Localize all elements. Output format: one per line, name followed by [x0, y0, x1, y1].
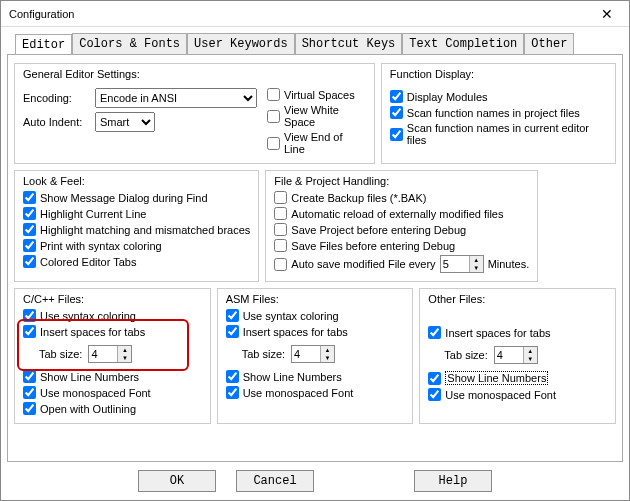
cancel-button[interactable]: Cancel [236, 470, 314, 492]
asm-line-numbers-check[interactable]: Show Line Numbers [226, 370, 405, 383]
view-eol-check[interactable]: View End of Line [267, 131, 366, 155]
group-other-files: Other Files: Insert spaces for tabs Tab … [419, 288, 616, 424]
asm-syntax-check[interactable]: Use syntax coloring [226, 309, 405, 322]
c-tabsize-label: Tab size: [39, 348, 82, 360]
help-button[interactable]: Help [414, 470, 492, 492]
c-mono-font-check[interactable]: Use monospaced Font [23, 386, 202, 399]
c-tabsize-input[interactable] [89, 346, 117, 362]
spin-up-icon[interactable]: ▲ [524, 347, 537, 355]
save-files-debug-check[interactable]: Save Files before entering Debug [274, 239, 529, 252]
spin-down-icon[interactable]: ▼ [118, 354, 131, 362]
tab-text-completion[interactable]: Text Completion [402, 33, 524, 54]
asmfiles-title: ASM Files: [226, 293, 405, 305]
print-syntax-check[interactable]: Print with syntax coloring [23, 239, 250, 252]
encoding-label: Encoding: [23, 92, 89, 104]
c-outlining-check[interactable]: Open with Outlining [23, 402, 202, 415]
close-icon[interactable]: ✕ [591, 4, 623, 24]
group-asm-files: ASM Files: Use syntax coloring Insert sp… [217, 288, 414, 424]
autoindent-label: Auto Indent: [23, 116, 89, 128]
funcdisp-title: Function Display: [390, 68, 607, 80]
autoindent-select[interactable]: Smart [95, 112, 155, 132]
group-c-files: C/C++ Files: Use syntax coloring Insert … [14, 288, 211, 424]
group-look-feel: Look & Feel: Show Message Dialog during … [14, 170, 259, 282]
scan-current-check[interactable]: Scan function names in current editor fi… [390, 122, 607, 146]
c-syntax-check[interactable]: Use syntax coloring [23, 309, 202, 322]
display-modules-check[interactable]: Display Modules [390, 90, 607, 103]
group-general: General Editor Settings: Encoding: Encod… [14, 63, 375, 164]
ok-button[interactable]: OK [138, 470, 216, 492]
spin-down-icon[interactable]: ▼ [524, 355, 537, 363]
asm-mono-font-check[interactable]: Use monospaced Font [226, 386, 405, 399]
config-dialog: Configuration ✕ Editor Colors & Fonts Us… [0, 0, 630, 501]
other-line-numbers-check[interactable]: Show Line Numbers [428, 371, 607, 385]
other-mono-font-check[interactable]: Use monospaced Font [428, 388, 607, 401]
dialog-buttons: OK Cancel Help [7, 462, 623, 494]
hl-current-check[interactable]: Highlight Current Line [23, 207, 250, 220]
spin-down-icon[interactable]: ▼ [470, 264, 483, 272]
client-area: Editor Colors & Fonts User Keywords Shor… [1, 27, 629, 500]
editor-panel: General Editor Settings: Encoding: Encod… [7, 54, 623, 462]
window-title: Configuration [7, 8, 591, 20]
save-proj-debug-check[interactable]: Save Project before entering Debug [274, 223, 529, 236]
filehandling-title: File & Project Handling: [274, 175, 529, 187]
hl-braces-check[interactable]: Highlight matching and mismatched braces [23, 223, 250, 236]
c-insert-spaces-check[interactable]: Insert spaces for tabs [23, 325, 202, 338]
spin-up-icon[interactable]: ▲ [321, 346, 334, 354]
scan-project-check[interactable]: Scan function names in project files [390, 106, 607, 119]
msg-dialog-check[interactable]: Show Message Dialog during Find [23, 191, 250, 204]
encoding-select[interactable]: Encode in ANSI [95, 88, 257, 108]
other-tabsize-input[interactable] [495, 347, 523, 363]
otherfiles-title: Other Files: [428, 293, 607, 305]
colored-tabs-check[interactable]: Colored Editor Tabs [23, 255, 250, 268]
spin-up-icon[interactable]: ▲ [470, 256, 483, 264]
lookfeel-title: Look & Feel: [23, 175, 250, 187]
other-tabsize-label: Tab size: [444, 349, 487, 361]
c-tabsize-spin[interactable]: ▲▼ [88, 345, 132, 363]
autosave-check[interactable]: Auto save modified File every [274, 258, 435, 271]
other-tabsize-spin[interactable]: ▲▼ [494, 346, 538, 364]
virtual-spaces-check[interactable]: Virtual Spaces [267, 88, 366, 101]
view-whitespace-check[interactable]: View White Space [267, 104, 366, 128]
minutes-label: Minutes. [488, 258, 530, 270]
backup-check[interactable]: Create Backup files (*.BAK) [274, 191, 529, 204]
asm-insert-spaces-check[interactable]: Insert spaces for tabs [226, 325, 405, 338]
c-line-numbers-check[interactable]: Show Line Numbers [23, 370, 202, 383]
tab-shortcut-keys[interactable]: Shortcut Keys [295, 33, 403, 54]
asm-tabsize-label: Tab size: [242, 348, 285, 360]
tab-colors-fonts[interactable]: Colors & Fonts [72, 33, 187, 54]
asm-tabsize-spin[interactable]: ▲▼ [291, 345, 335, 363]
asm-tabsize-input[interactable] [292, 346, 320, 362]
tabstrip: Editor Colors & Fonts User Keywords Shor… [15, 33, 623, 54]
spin-up-icon[interactable]: ▲ [118, 346, 131, 354]
cfiles-title: C/C++ Files: [23, 293, 202, 305]
autosave-minutes-spin[interactable]: ▲▼ [440, 255, 484, 273]
spin-down-icon[interactable]: ▼ [321, 354, 334, 362]
general-title: General Editor Settings: [23, 68, 366, 80]
tab-other[interactable]: Other [524, 33, 574, 54]
group-function-display: Function Display: Display Modules Scan f… [381, 63, 616, 164]
titlebar: Configuration ✕ [1, 1, 629, 27]
tab-editor[interactable]: Editor [15, 34, 72, 55]
tab-user-keywords[interactable]: User Keywords [187, 33, 295, 54]
autosave-minutes-input[interactable] [441, 256, 469, 272]
group-file-handling: File & Project Handling: Create Backup f… [265, 170, 538, 282]
other-insert-spaces-check[interactable]: Insert spaces for tabs [428, 326, 607, 339]
autoreload-check[interactable]: Automatic reload of externally modified … [274, 207, 529, 220]
